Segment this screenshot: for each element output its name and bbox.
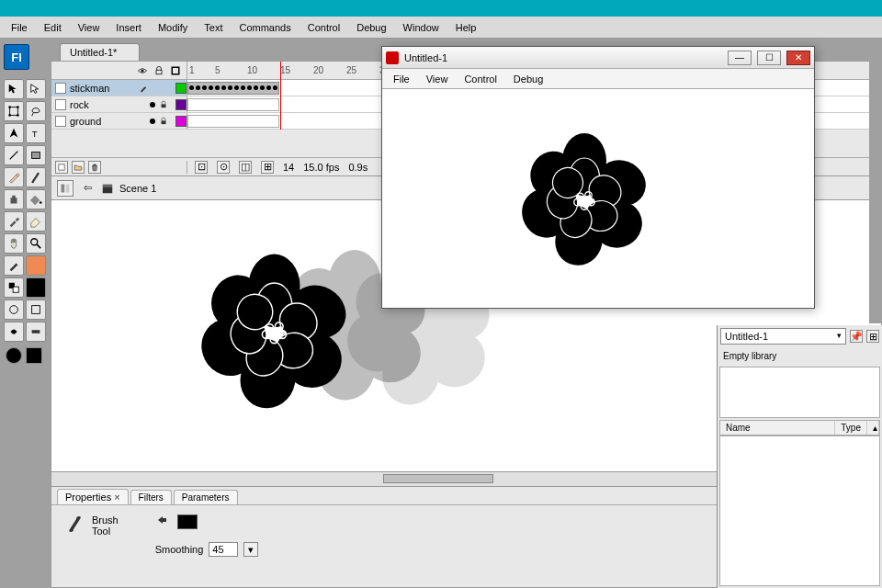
layer-color-swatch [175, 116, 187, 127]
layer-color-swatch [175, 99, 187, 110]
svg-point-3 [8, 114, 11, 117]
close-icon[interactable]: × [114, 492, 119, 503]
center-frame-button[interactable]: ⊡ [195, 161, 208, 174]
tab-parameters[interactable]: Parameters [174, 490, 238, 504]
fill-swap-icon[interactable] [155, 514, 170, 529]
new-folder-button[interactable] [72, 161, 85, 174]
menu-window[interactable]: Window [396, 19, 447, 36]
new-library-icon[interactable]: ⊞ [866, 330, 879, 343]
smoothing-dropdown[interactable]: ▾ [243, 542, 258, 557]
maximize-button[interactable]: ☐ [757, 51, 781, 65]
stroke-color-swatch[interactable] [4, 255, 24, 276]
menu-insert[interactable]: Insert [108, 19, 149, 36]
swf-player-window[interactable]: Untitled-1 — ☐ ✕ File View Control Debug [381, 46, 815, 309]
fill-swatch[interactable] [177, 514, 198, 529]
lock-icon[interactable] [159, 100, 168, 109]
menu-debug[interactable]: Debug [349, 19, 393, 36]
eraser-tool[interactable] [26, 211, 46, 232]
svg-rect-21 [59, 164, 64, 169]
collapsed-panel-strip[interactable] [869, 39, 882, 323]
menu-edit[interactable]: Edit [37, 19, 69, 36]
scene-nav-icon[interactable] [57, 180, 74, 197]
line-tool[interactable] [4, 145, 24, 165]
player-stage [382, 89, 814, 308]
player-menubar[interactable]: File View Control Debug [382, 69, 814, 89]
new-layer-button[interactable] [55, 161, 68, 174]
brush-shape-square[interactable] [26, 347, 42, 364]
eyedropper-tool[interactable] [4, 211, 24, 232]
tool-modifier-2[interactable] [26, 300, 46, 320]
smoothing-input[interactable]: 45 [209, 542, 238, 557]
menu-control[interactable]: Control [300, 19, 347, 36]
delete-layer-button[interactable] [88, 161, 101, 174]
selection-tool[interactable] [4, 79, 24, 99]
no-color-icon[interactable] [26, 277, 46, 298]
text-tool[interactable]: T [26, 123, 46, 143]
black-white-swap[interactable] [4, 277, 24, 298]
tool-modifier-3[interactable] [4, 322, 24, 342]
visibility-dot[interactable] [150, 119, 155, 124]
minimize-button[interactable]: — [728, 51, 752, 65]
menu-commands[interactable]: Commands [232, 19, 298, 36]
tool-modifier-1[interactable] [4, 300, 24, 320]
pin-icon[interactable]: 📌 [850, 330, 863, 343]
pencil-tool[interactable] [4, 167, 24, 187]
col-sort-icon[interactable]: ▴ [867, 421, 879, 435]
library-columns[interactable]: Name Type ▴ [719, 420, 880, 435]
layer-page-icon [55, 83, 66, 94]
tool-modifier-4[interactable] [26, 322, 46, 342]
pencil-icon [139, 84, 148, 93]
player-menu-debug[interactable]: Debug [506, 72, 550, 86]
menu-file[interactable]: File [4, 19, 35, 36]
svg-rect-18 [172, 67, 179, 74]
paint-bucket-tool[interactable] [26, 189, 46, 209]
subselection-tool[interactable] [26, 79, 46, 99]
col-name[interactable]: Name [720, 421, 835, 435]
playhead[interactable] [280, 62, 281, 130]
zoom-tool[interactable] [26, 233, 46, 254]
main-menubar[interactable]: File Edit View Insert Modify Text Comman… [0, 17, 882, 39]
library-document-select[interactable]: Untitled-1 [720, 328, 846, 345]
menu-text[interactable]: Text [197, 19, 230, 36]
tab-properties[interactable]: Properties× [57, 489, 129, 504]
lock-icon[interactable] [159, 117, 168, 126]
brush-tool[interactable] [26, 167, 46, 187]
lasso-tool[interactable] [26, 101, 46, 121]
eye-icon[interactable] [137, 65, 148, 76]
player-titlebar[interactable]: Untitled-1 — ☐ ✕ [382, 47, 814, 69]
svg-line-6 [10, 152, 18, 160]
library-status: Empty library [718, 347, 882, 365]
document-tab[interactable]: Untitled-1* [60, 43, 140, 61]
svg-point-8 [40, 201, 42, 204]
brush-shape-round[interactable] [6, 347, 22, 364]
scene-clapboard-icon [101, 182, 114, 195]
onion-skin-button[interactable]: ⊙ [217, 161, 230, 174]
menu-view[interactable]: View [71, 19, 107, 36]
col-type[interactable]: Type [835, 421, 867, 435]
tab-filters[interactable]: Filters [130, 490, 172, 504]
menu-modify[interactable]: Modify [151, 19, 195, 36]
pen-tool[interactable] [4, 123, 24, 143]
close-button[interactable]: ✕ [786, 51, 810, 65]
lock-icon[interactable] [153, 65, 164, 76]
svg-point-13 [10, 306, 18, 314]
hand-tool[interactable] [4, 233, 24, 254]
outline-icon[interactable] [170, 65, 181, 76]
fill-color-swatch[interactable] [26, 255, 46, 276]
svg-point-16 [141, 69, 144, 72]
app-logo-icon: Fl [4, 44, 29, 70]
tool-name-2: Tool [92, 526, 119, 537]
player-menu-control[interactable]: Control [457, 72, 503, 86]
ink-bottle-tool[interactable] [4, 189, 24, 209]
back-arrow-icon[interactable]: ⇦ [79, 180, 96, 197]
onion-outline-button[interactable]: ◫ [239, 161, 252, 174]
library-list[interactable] [719, 435, 880, 586]
svg-rect-19 [162, 104, 166, 107]
player-menu-view[interactable]: View [419, 72, 456, 86]
menu-help[interactable]: Help [448, 19, 484, 36]
edit-multiple-button[interactable]: ⊞ [261, 161, 274, 174]
free-transform-tool[interactable] [4, 101, 24, 121]
visibility-dot[interactable] [150, 102, 155, 107]
player-menu-file[interactable]: File [386, 72, 417, 86]
rectangle-tool[interactable] [26, 145, 46, 165]
